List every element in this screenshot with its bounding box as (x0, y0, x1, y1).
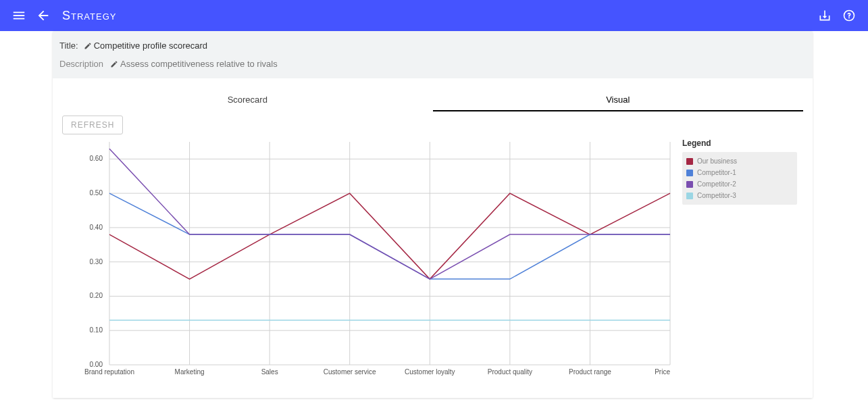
content-card: Title: Competitive profile scorecard Des… (53, 31, 813, 398)
legend-label: Competitor-1 (697, 169, 736, 176)
export-icon[interactable] (813, 3, 837, 28)
legend-swatch (686, 158, 693, 165)
title-row: Title: Competitive profile scorecard (59, 41, 806, 51)
refresh-button[interactable]: REFRESH (62, 116, 123, 134)
svg-text:Marketing: Marketing (175, 368, 205, 376)
body-section: Scorecard Visual REFRESH 0.000.100.200.3… (53, 78, 813, 398)
svg-text:Customer loyalty: Customer loyalty (405, 368, 455, 376)
svg-text:0.00: 0.00 (90, 361, 103, 368)
tab-visual[interactable]: Visual (433, 89, 804, 111)
legend-title: Legend (682, 138, 797, 148)
legend-label: Competitor-3 (697, 192, 736, 199)
svg-text:0.50: 0.50 (90, 189, 103, 197)
edit-title-icon[interactable] (84, 42, 92, 50)
svg-text:0.30: 0.30 (90, 258, 103, 265)
svg-text:0.20: 0.20 (90, 292, 103, 299)
svg-text:Product range: Product range (569, 368, 611, 376)
svg-text:Customer service: Customer service (324, 368, 376, 376)
svg-text:Brand reputation: Brand reputation (84, 368, 134, 376)
legend-label: Our business (697, 157, 737, 165)
edit-description-icon[interactable] (110, 60, 118, 68)
legend: Legend Our businessCompetitor-1Competito… (682, 138, 797, 205)
meta-section: Title: Competitive profile scorecard Des… (53, 31, 813, 78)
page-title: Strategy (62, 9, 116, 23)
svg-text:Product quality: Product quality (488, 368, 532, 376)
legend-swatch (686, 181, 693, 188)
description-value: Assess competitiveness relative to rival… (120, 59, 278, 69)
title-label: Title: (59, 41, 78, 51)
legend-item[interactable]: Competitor-1 (686, 167, 793, 178)
legend-item[interactable]: Competitor-3 (686, 190, 793, 201)
svg-text:Price: Price (655, 368, 670, 376)
legend-label: Competitor-2 (697, 180, 736, 188)
appbar: Strategy (0, 0, 868, 31)
help-icon[interactable] (837, 3, 861, 28)
tab-scorecard[interactable]: Scorecard (62, 89, 433, 111)
svg-text:0.60: 0.60 (90, 155, 103, 162)
title-value: Competitive profile scorecard (94, 41, 207, 51)
svg-text:Sales: Sales (261, 368, 278, 376)
description-row: Description Assess competitiveness relat… (59, 59, 806, 69)
legend-swatch (686, 170, 693, 176)
menu-icon[interactable] (7, 3, 31, 28)
back-icon[interactable] (31, 3, 55, 28)
legend-item[interactable]: Our business (686, 155, 793, 167)
legend-swatch (686, 193, 693, 199)
svg-text:0.40: 0.40 (90, 224, 103, 231)
tabs: Scorecard Visual (62, 89, 803, 111)
description-label: Description (59, 59, 103, 69)
chart: 0.000.100.200.300.400.500.60Brand reputa… (62, 138, 677, 382)
svg-text:0.10: 0.10 (90, 326, 103, 334)
legend-item[interactable]: Competitor-2 (686, 178, 793, 190)
